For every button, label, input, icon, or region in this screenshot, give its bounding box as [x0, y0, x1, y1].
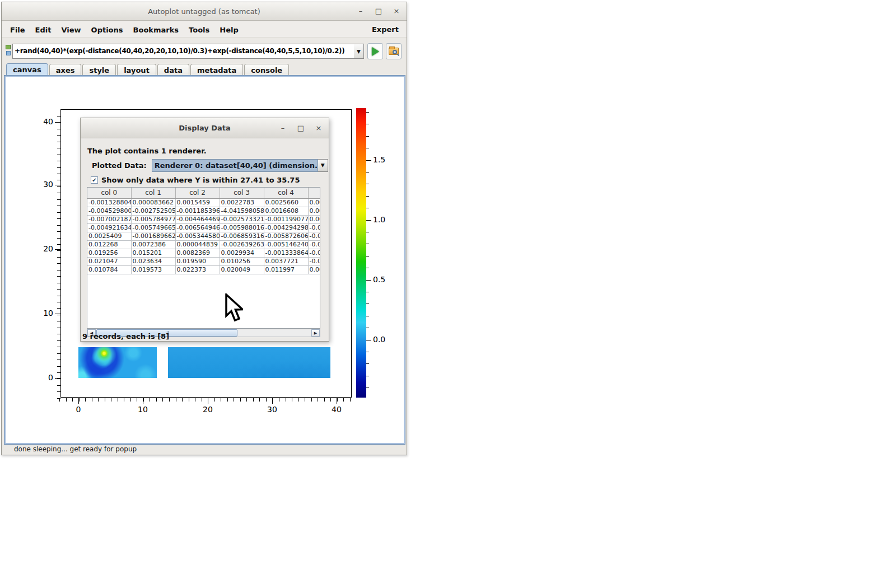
table-cell[interactable]: -0.001328804...	[87, 198, 131, 207]
column-header[interactable]: col 0	[87, 188, 131, 198]
table-cell[interactable]: -0.0	[308, 249, 320, 257]
table-cell[interactable]: 0.00	[308, 198, 320, 207]
table-cell[interactable]: 0.0037721	[264, 257, 308, 265]
menu-item-file[interactable]: File	[5, 24, 30, 36]
close-icon[interactable]: ×	[392, 7, 401, 16]
table-cell[interactable]: -0.002639263...	[220, 240, 264, 249]
table-cell[interactable]: -0.0	[308, 257, 320, 265]
table-cell[interactable]: 0.0015459	[175, 198, 220, 207]
table-cell[interactable]: -0.002752505...	[131, 207, 175, 215]
table-cell[interactable]: 0.000083662	[131, 198, 175, 207]
table-cell[interactable]: 0.000044839	[175, 240, 220, 249]
column-header[interactable]	[308, 188, 320, 198]
dialog-titlebar[interactable]: Display Data – □ ×	[81, 118, 329, 138]
dialog-close-icon[interactable]: ×	[314, 124, 323, 133]
menu-item-bookmarks[interactable]: Bookmarks	[128, 24, 184, 36]
table-cell[interactable]: -0.006859316...	[220, 232, 264, 240]
uri-dropdown-icon[interactable]: ▼	[354, 44, 364, 59]
table-cell[interactable]: 0.021047	[87, 257, 131, 265]
table-cell[interactable]: -0.005784977...	[131, 215, 175, 223]
table-cell[interactable]: -0.005988016...	[220, 223, 264, 232]
go-button[interactable]	[367, 43, 383, 59]
table-cell[interactable]: 0.0025660	[264, 198, 308, 207]
table-cell[interactable]: 0.00	[308, 207, 320, 215]
table-cell[interactable]: 0.011997	[264, 265, 308, 274]
table-cell[interactable]: -0.0	[308, 232, 320, 240]
table-cell[interactable]: -0.001689662...	[131, 232, 175, 240]
table-cell[interactable]: -0.004921634...	[87, 223, 131, 232]
table-cell[interactable]: 0.023634	[131, 257, 175, 265]
table-cell[interactable]: 0.022373	[175, 265, 220, 274]
table-cell[interactable]: -0.004464469...	[175, 215, 220, 223]
table-cell[interactable]: 0.0025409	[87, 232, 131, 240]
colorbar-tick-label: 1.0	[373, 215, 385, 224]
table-cell[interactable]: 0.0072386	[131, 240, 175, 249]
menu-item-help[interactable]: Help	[214, 24, 243, 36]
table-cell[interactable]: -0.004529800...	[87, 207, 131, 215]
tab-style[interactable]: style	[82, 64, 116, 76]
combobox-arrow-icon[interactable]: ▼	[318, 159, 328, 172]
menu-item-edit[interactable]: Edit	[30, 24, 57, 36]
table-cell[interactable]: 0.0082369	[175, 249, 220, 257]
table-cell[interactable]: -0.007002187...	[87, 215, 131, 223]
table-cell[interactable]: 0.015201	[131, 249, 175, 257]
table-cell[interactable]: 0.019256	[87, 249, 131, 257]
table-cell[interactable]: 0.00	[308, 265, 320, 274]
menu-item-options[interactable]: Options	[86, 24, 128, 36]
column-header[interactable]: col 2	[175, 188, 220, 198]
table-cell[interactable]: 0.019573	[131, 265, 175, 274]
expert-menu[interactable]: Expert	[372, 25, 403, 34]
table-cell[interactable]: 0.0022783	[220, 198, 264, 207]
column-header[interactable]: col 1	[131, 188, 175, 198]
tab-console[interactable]: console	[244, 64, 289, 76]
tab-canvas[interactable]: canvas	[6, 63, 48, 76]
inspect-uri-button[interactable]	[386, 43, 402, 59]
plotted-data-combobox[interactable]: Renderer 0: dataset[40,40] (dimension...	[152, 159, 318, 172]
table-cell[interactable]: 0.00	[308, 215, 320, 223]
minimize-icon[interactable]: –	[356, 7, 365, 16]
table-row: -0.004921634...-0.005749665...-0.0065649…	[87, 223, 320, 232]
tab-layout[interactable]: layout	[117, 64, 156, 76]
datasource-type-icon[interactable]	[4, 45, 12, 57]
table-cell[interactable]: 0.020049	[220, 265, 264, 274]
table-cell[interactable]: -0.0	[308, 240, 320, 249]
table-cell[interactable]: 0.019590	[175, 257, 220, 265]
dialog-maximize-icon[interactable]: □	[296, 124, 305, 133]
menu-item-view[interactable]: View	[56, 24, 86, 36]
table-cell[interactable]: -0.005749665...	[131, 223, 175, 232]
window-title: Autoplot untagged (as tomcat)	[148, 7, 260, 16]
table-cell[interactable]: -0.001185396...	[175, 207, 220, 215]
table-cell[interactable]: -4.041598058...	[220, 207, 264, 215]
dialog-minimize-icon[interactable]: –	[278, 124, 287, 133]
table-cell[interactable]: -0.002573321...	[220, 215, 264, 223]
tab-data[interactable]: data	[157, 64, 189, 76]
table-cell[interactable]: -0.001333864...	[264, 249, 308, 257]
table-cell[interactable]: 0.010256	[220, 257, 264, 265]
maximize-icon[interactable]: □	[374, 7, 383, 16]
table-cell[interactable]: 0.010784	[87, 265, 131, 274]
table-cell[interactable]: -0.001199077...	[264, 215, 308, 223]
x-tick-label: 20	[197, 405, 219, 414]
y-major-tick	[55, 314, 60, 314]
table-row: -0.004529800...-0.002752505...-0.0011853…	[87, 207, 320, 215]
table-cell[interactable]: -0.005146240...	[264, 240, 308, 249]
table-cell[interactable]: 0.0029934	[220, 249, 264, 257]
table-cell[interactable]: -0.006564946...	[175, 223, 220, 232]
scroll-right-icon[interactable]: ▶	[311, 329, 320, 337]
uri-input[interactable]: +rand(40,40)*(exp(-distance(40,40,20,20,…	[12, 44, 354, 59]
table-cell[interactable]: 0.0016608	[264, 207, 308, 215]
tab-axes[interactable]: axes	[49, 64, 82, 76]
column-header[interactable]: col 4	[264, 188, 308, 198]
column-header[interactable]: col 3	[220, 188, 264, 198]
tab-strip: canvasaxesstylelayoutdatametadataconsole	[6, 63, 407, 76]
menu-item-tools[interactable]: Tools	[184, 24, 214, 36]
table-cell[interactable]: -0.005872606...	[264, 232, 308, 240]
table-cell[interactable]: -0.004294298...	[264, 223, 308, 232]
table-cell[interactable]: -0.005344580...	[175, 232, 220, 240]
tab-metadata[interactable]: metadata	[190, 64, 243, 76]
table-cell[interactable]: 0.012268	[87, 240, 131, 249]
window-titlebar[interactable]: Autoplot untagged (as tomcat) – □ ×	[2, 2, 407, 21]
table-cell[interactable]: -0.0	[308, 223, 320, 232]
table-row: 0.0192560.0152010.00823690.0029934-0.001…	[87, 249, 320, 257]
filter-checkbox[interactable]: ✔	[91, 176, 98, 184]
